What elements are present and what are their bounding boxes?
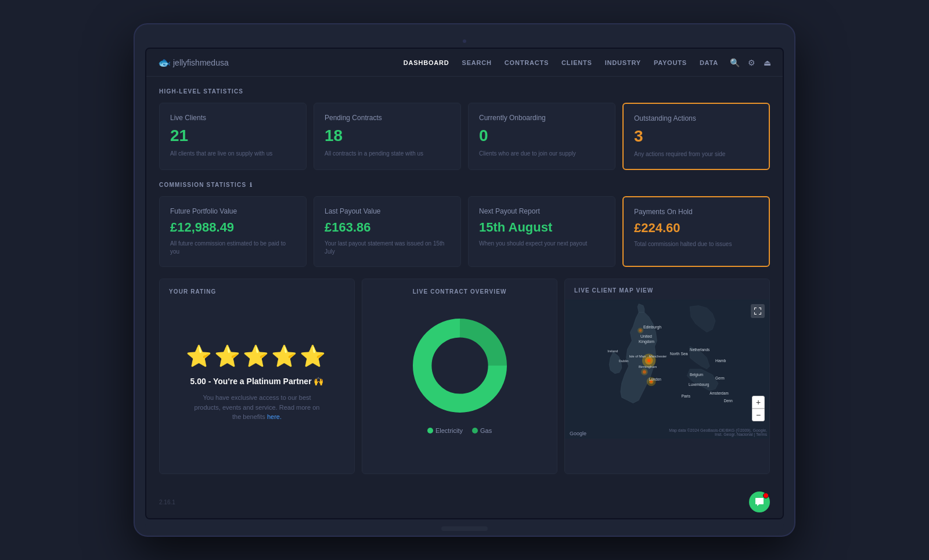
svg-text:Dublin: Dublin bbox=[619, 359, 629, 363]
stat-card-live-clients: Live Clients 21 All clients that are liv… bbox=[159, 103, 307, 170]
stat-title-onboarding: Currently Onboarding bbox=[479, 114, 604, 122]
stat-card-payments-hold: Payments On Hold £224.60 Total commissio… bbox=[622, 196, 770, 267]
laptop-bottom bbox=[145, 522, 784, 536]
nav-industry[interactable]: INDUSTRY bbox=[605, 59, 641, 66]
nav-data[interactable]: DATA bbox=[700, 59, 718, 66]
map-svg: Edinburgh Dublin Ireland Isle of Man Man… bbox=[565, 299, 769, 439]
stat-desc-outstanding-actions: Any actions required from your side bbox=[634, 150, 758, 158]
svg-text:Luxembourg: Luxembourg bbox=[689, 382, 710, 387]
legend-gas: Gas bbox=[472, 427, 492, 434]
svg-text:United: United bbox=[640, 334, 652, 338]
map-expand-button[interactable] bbox=[751, 304, 765, 318]
svg-text:Amsterdam: Amsterdam bbox=[710, 391, 728, 395]
stat-title-portfolio: Future Portfolio Value bbox=[170, 207, 296, 215]
map-zoom-in[interactable]: + bbox=[752, 396, 765, 409]
camera-dot bbox=[463, 39, 466, 43]
donut-legend: Electricity Gas bbox=[427, 427, 492, 434]
svg-text:London: London bbox=[649, 377, 662, 381]
stat-card-portfolio-value: Future Portfolio Value £12,988.49 All fu… bbox=[159, 196, 307, 267]
search-icon[interactable]: 🔍 bbox=[730, 58, 740, 67]
rating-desc: You have exclusive access to our best pr… bbox=[193, 393, 321, 422]
gas-dot bbox=[472, 428, 478, 433]
rating-panel-title: YOUR RATING bbox=[169, 288, 345, 295]
svg-text:Edinburgh: Edinburgh bbox=[643, 325, 661, 330]
svg-point-6 bbox=[647, 359, 651, 362]
expand-icon bbox=[754, 308, 761, 315]
map-zoom-out[interactable]: − bbox=[752, 409, 765, 421]
svg-text:Birmingham: Birmingham bbox=[639, 365, 657, 368]
nav-links: DASHBOARD SEARCH CONTRACTS CLIENTS INDUS… bbox=[404, 59, 718, 66]
rating-stars: ⭐⭐⭐⭐⭐ bbox=[186, 344, 328, 368]
lower-grid: YOUR RATING ⭐⭐⭐⭐⭐ 5.00 - You're a Platin… bbox=[159, 279, 770, 474]
nav-dashboard[interactable]: DASHBOARD bbox=[404, 59, 449, 66]
rating-content: ⭐⭐⭐⭐⭐ 5.00 - You're a Platinum Partner 🙌… bbox=[169, 302, 345, 464]
stat-title-pending-contracts: Pending Contracts bbox=[325, 114, 450, 122]
stat-card-onboarding: Currently Onboarding 0 Clients who are d… bbox=[468, 103, 615, 170]
logo-text: jellyfishmedusa bbox=[173, 58, 229, 67]
svg-text:Ireland: Ireland bbox=[607, 349, 618, 353]
commission-stats-grid: Future Portfolio Value £12,988.49 All fu… bbox=[159, 196, 770, 267]
rating-link[interactable]: here. bbox=[267, 413, 282, 420]
map-panel: LIVE CLIENT MAP VIEW bbox=[564, 279, 770, 474]
laptop-notch bbox=[441, 526, 488, 531]
nav-payouts[interactable]: PAYOUTS bbox=[654, 59, 687, 66]
nav-clients[interactable]: CLIENTS bbox=[561, 59, 592, 66]
stat-card-next-payout: Next Payout Report 15th August When you … bbox=[468, 196, 615, 267]
stat-value-next-payout: 15th August bbox=[479, 221, 604, 234]
nav-icons: 🔍 ⚙ ⏏ bbox=[730, 58, 771, 67]
stat-value-last-payout: £163.86 bbox=[325, 221, 450, 234]
donut-chart bbox=[408, 313, 512, 418]
map-zoom-controls: + − bbox=[752, 396, 765, 421]
stat-desc-onboarding: Clients who are due to join our supply bbox=[479, 150, 604, 158]
svg-text:Belgium: Belgium bbox=[690, 373, 703, 377]
logo: 🐟 jellyfishmedusa bbox=[158, 56, 229, 69]
stat-desc-next-payout: When you should expect your next payout bbox=[479, 240, 604, 248]
rating-score: 5.00 - You're a Platinum Partner 🙌 bbox=[190, 377, 324, 386]
svg-text:Manchester: Manchester bbox=[649, 355, 667, 358]
stat-desc-pending-contracts: All contracts in a pending state with us bbox=[325, 150, 450, 158]
high-level-section-label: HIGH-LEVEL STATISTICS bbox=[159, 88, 770, 95]
logout-icon[interactable]: ⏏ bbox=[764, 58, 771, 67]
stat-value-pending-contracts: 18 bbox=[325, 128, 450, 144]
contract-overview-title: LIVE CONTRACT OVERVIEW bbox=[413, 288, 507, 295]
footer-bar: 2.16.1 bbox=[146, 486, 783, 518]
svg-text:Germ: Germ bbox=[715, 376, 725, 380]
map-title: LIVE CLIENT MAP VIEW bbox=[565, 279, 769, 299]
stat-card-last-payout: Last Payout Value £163.86 Your last payo… bbox=[314, 196, 461, 267]
stat-value-portfolio: £12,988.49 bbox=[170, 221, 296, 234]
commission-section-label: COMMISSION STATISTICS ℹ bbox=[159, 182, 770, 188]
info-icon: ℹ bbox=[250, 182, 253, 188]
svg-point-13 bbox=[639, 329, 642, 332]
stat-title-live-clients: Live Clients bbox=[170, 114, 296, 122]
chat-icon bbox=[755, 497, 764, 507]
stat-value-live-clients: 21 bbox=[170, 128, 296, 144]
stat-card-outstanding-actions: Outstanding Actions 3 Any actions requir… bbox=[622, 103, 770, 170]
map-terms: Map data ©2024 GeoBasis-DE/BKG (©2009), … bbox=[662, 428, 767, 436]
settings-icon[interactable]: ⚙ bbox=[748, 58, 755, 67]
stat-value-payments-hold: £224.60 bbox=[634, 222, 758, 234]
logo-icon: 🐟 bbox=[158, 56, 171, 69]
high-level-stats-grid: Live Clients 21 All clients that are liv… bbox=[159, 103, 770, 170]
nav-contracts[interactable]: CONTRACTS bbox=[505, 59, 549, 66]
stat-card-pending-contracts: Pending Contracts 18 All contracts in a … bbox=[314, 103, 461, 170]
svg-rect-3 bbox=[565, 301, 769, 438]
laptop-frame: 🐟 jellyfishmedusa DASHBOARD SEARCH CONTR… bbox=[134, 23, 795, 537]
main-content: HIGH-LEVEL STATISTICS Live Clients 21 Al… bbox=[146, 77, 783, 486]
nav-search[interactable]: SEARCH bbox=[462, 59, 492, 66]
svg-text:Hamb: Hamb bbox=[715, 359, 726, 363]
svg-text:Netherlands: Netherlands bbox=[690, 348, 710, 352]
stat-desc-last-payout: Your last payout statement was issued on… bbox=[325, 240, 450, 256]
svg-text:North Sea: North Sea bbox=[670, 352, 688, 356]
laptop-screen: 🐟 jellyfishmedusa DASHBOARD SEARCH CONTR… bbox=[145, 48, 784, 519]
svg-text:Isle of Man: Isle of Man bbox=[629, 355, 646, 358]
stat-desc-payments-hold: Total commission halted due to issues bbox=[634, 240, 758, 248]
chat-button[interactable] bbox=[749, 492, 770, 512]
donut-svg bbox=[408, 313, 512, 418]
stat-desc-portfolio: All future commission estimated to be pa… bbox=[170, 240, 296, 256]
rating-panel: YOUR RATING ⭐⭐⭐⭐⭐ 5.00 - You're a Platin… bbox=[159, 279, 355, 474]
google-attribution: Google bbox=[570, 431, 586, 436]
stat-title-last-payout: Last Payout Value bbox=[325, 207, 450, 215]
legend-electricity: Electricity bbox=[427, 427, 463, 434]
stat-title-outstanding-actions: Outstanding Actions bbox=[634, 114, 758, 122]
navbar: 🐟 jellyfishmedusa DASHBOARD SEARCH CONTR… bbox=[146, 49, 783, 77]
